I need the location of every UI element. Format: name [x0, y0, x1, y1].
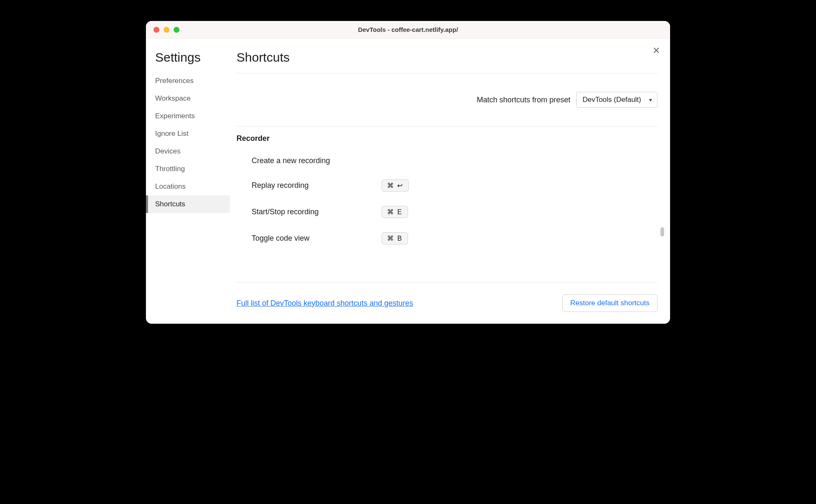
sidebar-item-label: Preferences [155, 77, 194, 85]
sidebar-item-label: Workspace [155, 94, 191, 102]
shortcut-label: Start/Stop recording [252, 208, 382, 216]
titlebar: DevTools - coffee-cart.netlify.app/ [146, 21, 670, 39]
sidebar-item-shortcuts[interactable]: Shortcuts [146, 195, 230, 213]
sidebar-item-label: Throttling [155, 165, 185, 173]
section-title: Recorder [236, 134, 657, 143]
shortcut-key: ⌘ B [382, 232, 408, 244]
sidebar-item-ignore-list[interactable]: Ignore List [146, 125, 230, 143]
sidebar-item-experiments[interactable]: Experiments [146, 107, 230, 125]
sidebar-item-label: Locations [155, 182, 186, 190]
shortcut-row-replay-recording[interactable]: Replay recording ⌘ ↩ [236, 179, 657, 192]
close-window-icon[interactable] [153, 27, 159, 33]
preset-value: DevTools (Default) [582, 96, 641, 104]
window-title: DevTools - coffee-cart.netlify.app/ [358, 26, 458, 33]
close-icon[interactable]: ✕ [652, 46, 660, 55]
shortcut-row-toggle-code-view[interactable]: Toggle code view ⌘ B [236, 232, 657, 244]
sidebar-item-devices[interactable]: Devices [146, 143, 230, 160]
sidebar-title: Settings [146, 50, 230, 72]
sidebar-item-label: Experiments [155, 112, 195, 120]
footer: Full list of DevTools keyboard shortcuts… [236, 282, 657, 312]
shortcut-label: Replay recording [252, 181, 382, 190]
shortcut-key: ⌘ E [382, 206, 408, 218]
sidebar-item-locations[interactable]: Locations [146, 178, 230, 195]
shortcut-label: Toggle code view [252, 234, 382, 243]
page-title: Shortcuts [236, 50, 657, 73]
scrollbar-thumb[interactable] [660, 227, 664, 236]
shortcut-key: ⌘ ↩ [382, 179, 409, 192]
sidebar-item-label: Shortcuts [155, 200, 185, 208]
shortcut-row-create-recording[interactable]: Create a new recording [236, 156, 657, 165]
traffic-lights [146, 27, 179, 33]
sidebar-item-preferences[interactable]: Preferences [146, 72, 230, 90]
minimize-window-icon[interactable] [164, 27, 169, 33]
full-list-link[interactable]: Full list of DevTools keyboard shortcuts… [236, 299, 413, 308]
shortcut-row-start-stop-recording[interactable]: Start/Stop recording ⌘ E [236, 206, 657, 218]
sidebar-item-label: Ignore List [155, 130, 188, 138]
content-area: ✕ Settings Preferences Workspace Experim… [146, 39, 670, 324]
sidebar-item-label: Devices [155, 147, 180, 155]
scrollbar[interactable] [660, 127, 664, 279]
shortcut-label: Create a new recording [252, 156, 382, 165]
devtools-window: DevTools - coffee-cart.netlify.app/ ✕ Se… [146, 21, 670, 324]
maximize-window-icon[interactable] [174, 27, 179, 33]
preset-label: Match shortcuts from preset [477, 96, 570, 104]
sidebar-item-throttling[interactable]: Throttling [146, 160, 230, 178]
preset-select[interactable]: DevTools (Default) [576, 92, 657, 108]
main-panel: Shortcuts Match shortcuts from preset De… [230, 39, 670, 324]
preset-row: Match shortcuts from preset DevTools (De… [236, 73, 657, 126]
sidebar-item-workspace[interactable]: Workspace [146, 90, 230, 107]
settings-sidebar: Settings Preferences Workspace Experimen… [146, 39, 230, 324]
restore-defaults-button[interactable]: Restore default shortcuts [562, 294, 657, 312]
shortcut-list: Recorder Create a new recording Replay r… [236, 126, 657, 279]
